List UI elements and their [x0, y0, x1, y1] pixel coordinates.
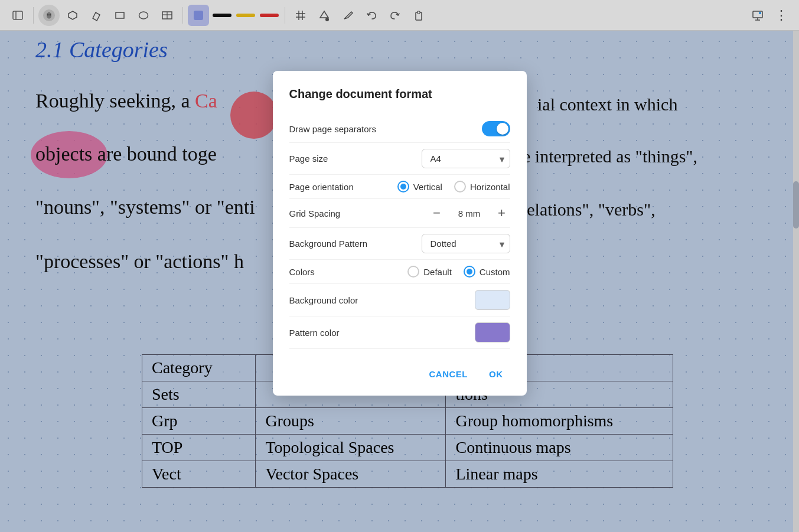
colors-row: Colors Default Custom — [289, 260, 510, 284]
colors-label: Colors — [289, 267, 315, 277]
colors-custom-label: Custom — [480, 267, 510, 277]
colors-custom-option[interactable]: Custom — [464, 266, 510, 278]
background-pattern-select[interactable]: None Dotted Lined Grid — [422, 234, 510, 253]
dialog-overlay: Change document format Draw page separat… — [0, 0, 799, 532]
dialog: Change document format Draw page separat… — [273, 71, 527, 396]
cancel-button[interactable]: CANCEL — [422, 364, 475, 384]
page-size-select[interactable]: A4 A5 Letter Custom — [422, 149, 510, 168]
page-orientation-label: Page orientation — [289, 182, 354, 192]
dialog-title: Change document format — [289, 87, 510, 101]
orientation-horizontal-radio[interactable] — [454, 181, 466, 192]
grid-spacing-row: Grid Spacing − 8 mm + — [289, 199, 510, 228]
page-size-select-wrapper: A4 A5 Letter Custom ▾ — [422, 149, 510, 168]
dialog-actions: CANCEL OK — [289, 360, 510, 384]
colors-custom-radio[interactable] — [464, 266, 475, 278]
grid-spacing-value: 8 mm — [455, 208, 484, 218]
orientation-vertical-label: Vertical — [413, 182, 442, 192]
grid-spacing-decrease-btn[interactable]: − — [429, 205, 445, 221]
colors-default-label: Default — [423, 267, 452, 277]
page-size-label: Page size — [289, 154, 328, 164]
ok-button[interactable]: OK — [482, 364, 510, 384]
background-color-label: Background color — [289, 295, 358, 305]
pattern-color-label: Pattern color — [289, 328, 340, 338]
page-orientation-row: Page orientation Vertical Horizontal — [289, 175, 510, 199]
background-color-row: Background color — [289, 284, 510, 316]
grid-spacing-increase-btn[interactable]: + — [494, 205, 510, 221]
background-pattern-row: Background Pattern None Dotted Lined Gri… — [289, 228, 510, 260]
pattern-color-row: Pattern color — [289, 316, 510, 349]
orientation-vertical-radio[interactable] — [397, 181, 409, 192]
background-pattern-select-wrapper: None Dotted Lined Grid ▾ — [422, 234, 510, 253]
background-pattern-label: Background Pattern — [289, 239, 368, 249]
draw-separators-toggle[interactable] — [482, 121, 510, 136]
orientation-horizontal-label: Horizontal — [470, 182, 510, 192]
orientation-vertical-option[interactable]: Vertical — [397, 181, 442, 192]
orientation-horizontal-option[interactable]: Horizontal — [454, 181, 510, 192]
page-size-row: Page size A4 A5 Letter Custom ▾ — [289, 143, 510, 175]
colors-default-radio[interactable] — [407, 266, 419, 278]
background-color-swatch[interactable] — [475, 290, 510, 310]
colors-radio-group: Default Custom — [407, 266, 510, 278]
draw-separators-label: Draw page separators — [289, 124, 377, 134]
draw-separators-row: Draw page separators — [289, 115, 510, 143]
orientation-radio-group: Vertical Horizontal — [397, 181, 510, 192]
grid-spacing-label: Grid Spacing — [289, 208, 341, 218]
pattern-color-swatch[interactable] — [475, 322, 510, 342]
grid-spacing-stepper: − 8 mm + — [429, 205, 510, 221]
colors-default-option[interactable]: Default — [407, 266, 452, 278]
